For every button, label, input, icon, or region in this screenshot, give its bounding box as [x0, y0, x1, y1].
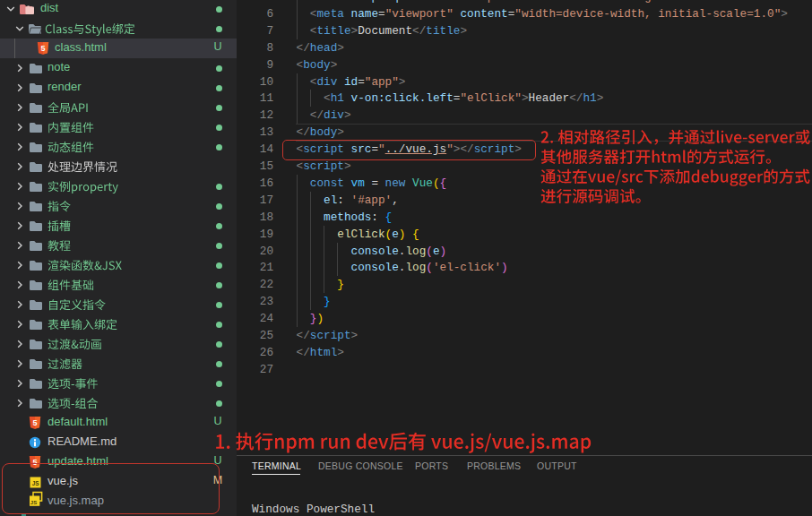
svg-text:5: 5: [40, 44, 45, 53]
svg-text:5: 5: [32, 418, 37, 427]
